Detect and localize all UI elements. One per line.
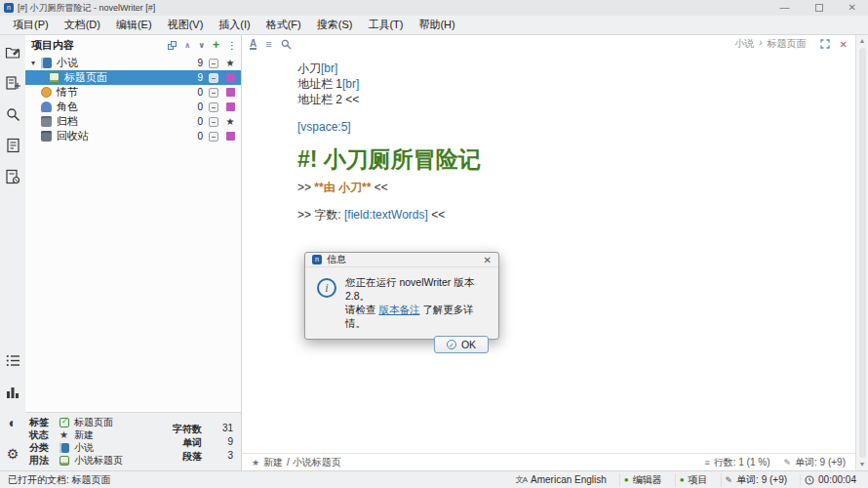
maximize-button[interactable] xyxy=(815,4,823,12)
project-panel: 项目内容 ∧ ∨ + ⋮ ▾ 小说 9 ★ xyxy=(25,35,242,470)
menu-document[interactable]: 文档(D) xyxy=(58,16,107,34)
doc-text: 地址栏 2 << xyxy=(297,93,359,106)
ok-button[interactable]: ✓ OK xyxy=(434,336,489,353)
release-notes-link[interactable]: 版本备注 xyxy=(378,304,419,315)
minimize-button[interactable]: — xyxy=(780,1,790,15)
dialog-close-icon[interactable]: ✕ xyxy=(484,255,492,265)
trash-icon xyxy=(41,131,52,142)
dialog-body: i 您正在运行 novelWriter 版本 2.8。 请检查 版本备注 了解更… xyxy=(305,267,498,330)
writing-stats-icon[interactable] xyxy=(4,383,21,400)
editor-scrollbar[interactable]: ▲ ▼ xyxy=(855,35,868,470)
detail-value: 标题页面 xyxy=(74,416,113,429)
tree-item-title-page[interactable]: 标题页面 9 xyxy=(25,70,241,85)
active-toggle[interactable] xyxy=(209,59,218,68)
active-toggle[interactable] xyxy=(209,117,218,127)
menu-format[interactable]: 格式(F) xyxy=(259,16,308,34)
tree-item-characters[interactable]: 角色 0 xyxy=(25,100,241,114)
tree-item-label: 归档 xyxy=(57,114,78,129)
menu-search[interactable]: 搜索(S) xyxy=(310,16,360,34)
quick-links-icon[interactable] xyxy=(168,41,177,50)
active-toggle[interactable] xyxy=(209,102,218,112)
menu-insert[interactable]: 插入(I) xyxy=(212,16,256,34)
titlebar: n [#] 小刀厕所冒险记 - novelWriter [#] — ✕ xyxy=(0,0,868,16)
session-timer[interactable]: 00:00:04 xyxy=(800,474,860,485)
word-count: 0 xyxy=(197,116,203,127)
dialog-titlebar[interactable]: n 信息 ✕ xyxy=(305,253,498,267)
word-list-icon[interactable] xyxy=(4,351,21,369)
breadcrumb-separator-icon: › xyxy=(759,37,762,51)
format-icon[interactable]: A xyxy=(250,39,256,50)
plot-icon xyxy=(41,87,52,98)
scroll-down-icon[interactable]: ▼ xyxy=(859,461,866,468)
active-toggle[interactable] xyxy=(209,88,218,98)
status-flag-icon xyxy=(224,132,236,141)
outline-list-icon[interactable]: ≡ xyxy=(265,39,271,49)
outline-icon[interactable] xyxy=(4,137,21,154)
active-toggle[interactable] xyxy=(209,73,218,83)
menu-project[interactable]: 项目(P) xyxy=(6,16,56,34)
doc-usage: / 小说标题页 xyxy=(287,456,341,469)
detail-row-status: 状态 ★ 新建 xyxy=(29,429,123,441)
maximize-editor-icon[interactable] xyxy=(820,39,830,49)
ok-check-icon: ✓ xyxy=(447,340,456,349)
tree-item-label: 小说 xyxy=(57,56,78,70)
detail-label: 分类 xyxy=(29,441,55,455)
add-item-icon[interactable]: + xyxy=(213,40,219,50)
tree-item-label: 标题页面 xyxy=(64,70,107,85)
move-down-icon[interactable]: ∨ xyxy=(198,41,205,50)
settings-gear-icon[interactable]: ⚙ xyxy=(4,445,21,463)
menu-tools[interactable]: 工具(T) xyxy=(361,16,410,34)
br-tag: [br] xyxy=(321,61,337,75)
novelwriter-window: n [#] 小刀厕所冒险记 - novelWriter [#] — ✕ 项目(P… xyxy=(0,0,868,488)
move-up-icon[interactable]: ∧ xyxy=(184,41,191,50)
language-status[interactable]: 文A American English xyxy=(512,474,611,485)
close-document-icon[interactable]: ✕ xyxy=(840,39,848,50)
book-icon xyxy=(41,58,52,68)
detail-row-class: 分类 小说 xyxy=(29,442,123,454)
tree-item-label: 角色 xyxy=(57,100,78,114)
importance-star-icon: ★ xyxy=(224,116,236,127)
breadcrumb-parent[interactable]: 小说 xyxy=(734,37,754,51)
menu-view[interactable]: 视图(V) xyxy=(161,16,211,34)
item-details-panel: 标签 标题页面 状态 ★ 新建 分类 小说 用法 xyxy=(25,412,241,470)
characters-icon xyxy=(41,102,52,112)
menubar: 项目(P) 文档(D) 编辑(E) 视图(V) 插入(I) 格式(F) 搜索(S… xyxy=(0,16,868,35)
tree-item-plot[interactable]: 情节 0 xyxy=(25,85,241,100)
editor-status: ● 编辑器 xyxy=(619,473,666,487)
app-logo-icon: n xyxy=(312,255,322,264)
scrollbar-track[interactable] xyxy=(859,48,866,458)
language-icon: 文A xyxy=(516,474,527,485)
scroll-up-icon[interactable]: ▲ xyxy=(859,37,866,45)
menu-edit[interactable]: 编辑(E) xyxy=(109,16,159,34)
tree-item-label: 情节 xyxy=(57,85,78,100)
panel-menu-icon[interactable]: ⋮ xyxy=(227,40,237,51)
tree-item-novel[interactable]: ▾ 小说 9 ★ xyxy=(25,56,241,70)
search-icon[interactable] xyxy=(4,105,21,123)
theme-toggle-icon[interactable]: ◐ xyxy=(4,414,21,431)
status-flag-icon xyxy=(224,102,236,111)
breadcrumb-current[interactable]: 标题页面 xyxy=(768,37,807,51)
editor-header: A ≡ 小说 › 标题页面 ✕ xyxy=(242,35,855,53)
tree-item-trash[interactable]: 回收站 0 xyxy=(25,129,241,143)
pen-icon: ✎ xyxy=(726,475,733,485)
tree-item-archive[interactable]: 归档 0 ★ xyxy=(25,114,241,129)
project-content-icon[interactable] xyxy=(4,43,21,61)
close-button[interactable]: ✕ xyxy=(848,1,856,15)
editor-search-icon[interactable] xyxy=(281,39,292,50)
doc-status[interactable]: 新建 xyxy=(263,456,283,469)
active-toggle[interactable] xyxy=(209,132,218,142)
pen-icon: ✎ xyxy=(783,458,791,468)
build-manuscript-icon[interactable] xyxy=(4,168,21,185)
doc-text: << xyxy=(428,208,445,222)
doc-title-heading: #! 小刀厕所冒险记 xyxy=(297,144,855,174)
class-book-icon xyxy=(59,443,69,453)
importance-star-icon: ★ xyxy=(224,58,236,68)
menu-help[interactable]: 帮助(H) xyxy=(412,16,461,34)
archive-icon xyxy=(41,116,52,127)
expand-arrow-icon[interactable]: ▾ xyxy=(31,59,41,67)
status-star-icon: ★ xyxy=(59,430,69,440)
novel-view-icon[interactable] xyxy=(4,74,21,92)
line-count: ≡ 行数: 1 (1 %) xyxy=(704,456,769,469)
detail-label: 状态 xyxy=(29,428,55,442)
usage-doc-icon xyxy=(59,456,69,466)
